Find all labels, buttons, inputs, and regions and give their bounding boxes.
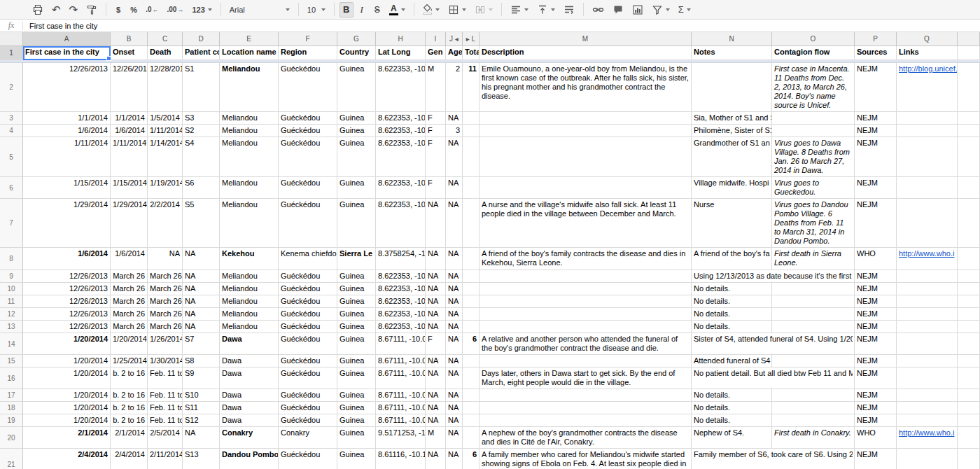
cell-J12[interactable]: NA xyxy=(446,308,463,321)
cell-H4[interactable]: 8.622353, -10 xyxy=(376,125,426,137)
cell-O17[interactable] xyxy=(772,389,855,402)
cell-G10[interactable]: Guinea xyxy=(337,283,376,295)
row-header-6[interactable]: 6 xyxy=(0,177,23,199)
horizontal-align-button[interactable] xyxy=(507,2,532,18)
cell-M20[interactable]: A nephew of the boy's grandmother contra… xyxy=(479,427,692,449)
cell-M12[interactable] xyxy=(479,308,692,321)
cell-J5[interactable]: NA xyxy=(446,137,463,177)
cell-B15[interactable]: 1/25/2014 xyxy=(111,355,148,368)
cell-N8[interactable]: A friend of the boy's fa xyxy=(692,248,772,270)
cell-Q18[interactable] xyxy=(897,402,958,414)
cell-C16[interactable]: Feb. 11 to xyxy=(148,368,183,389)
cell-D3[interactable]: S3 xyxy=(183,112,220,125)
cell-F6[interactable]: Guéckédou xyxy=(279,177,337,199)
cell-M16[interactable]: Days later, others in Dawa start to get … xyxy=(479,368,692,389)
cell-H21[interactable]: 8.61116, -10.1 xyxy=(376,449,426,469)
cell-D15[interactable]: S8 xyxy=(183,355,220,368)
cell-O3[interactable] xyxy=(772,112,855,125)
cell-Q7[interactable] xyxy=(897,199,958,248)
cell-A13[interactable]: 12/26/2013 xyxy=(23,321,111,333)
cell-R1[interactable] xyxy=(958,46,980,60)
cell-O18[interactable] xyxy=(772,402,855,414)
cell-L20[interactable] xyxy=(463,427,479,449)
cell-H5[interactable]: 8.622353, -10 xyxy=(376,137,426,177)
row-header-17[interactable]: 17 xyxy=(0,389,23,402)
cell-F19[interactable]: Guéckédou xyxy=(279,414,337,427)
merge-cells-button[interactable] xyxy=(471,2,496,18)
cell-R7[interactable] xyxy=(958,199,980,248)
cell-J14[interactable]: NA xyxy=(446,333,463,355)
cell-R10[interactable] xyxy=(958,283,980,295)
cell-D19[interactable]: S12 xyxy=(183,414,220,427)
cell-G7[interactable]: Guinea xyxy=(337,199,376,248)
cell-O20[interactable]: First death in Conakry. xyxy=(772,427,855,449)
cell-A18[interactable]: 1/20/2014 xyxy=(23,402,111,414)
cell-A8[interactable]: 1/6/2014 xyxy=(23,248,111,270)
cell-P21[interactable]: NEJM xyxy=(855,449,897,469)
cell-E20[interactable]: Conakry xyxy=(220,427,279,449)
cell-D7[interactable]: S5 xyxy=(183,199,220,248)
cell-J21[interactable]: NA xyxy=(446,449,463,469)
cell-E16[interactable]: Dawa xyxy=(220,368,279,389)
cell-N15[interactable]: Attended funeral of S4 xyxy=(692,355,772,368)
cell-A7[interactable]: 1/29/2014 xyxy=(23,199,111,248)
cell-M5[interactable] xyxy=(479,137,692,177)
cell-R16[interactable] xyxy=(958,368,980,389)
cell-P16[interactable]: NEJM xyxy=(855,368,897,389)
cell-I17[interactable]: NA xyxy=(426,389,446,402)
cell-H11[interactable]: 8.622353, -10 xyxy=(376,295,426,308)
column-header-I[interactable]: I xyxy=(426,32,446,46)
cell-J7[interactable]: NA xyxy=(446,199,463,248)
cell-H13[interactable]: 8.622353, -10 xyxy=(376,321,426,333)
cell-N20[interactable]: Nephew of S4. xyxy=(692,427,772,449)
cell-N4[interactable]: Philomène, Sister of S1 xyxy=(692,125,772,137)
cell-D11[interactable]: NA xyxy=(183,295,220,308)
cell-H15[interactable]: 8.67111, -10.0 xyxy=(376,355,426,368)
cell-B11[interactable]: March 26 xyxy=(111,295,148,308)
cell-C11[interactable]: March 26 xyxy=(148,295,183,308)
cell-A3[interactable]: 1/1/2014 xyxy=(23,112,111,125)
borders-button[interactable] xyxy=(444,2,470,18)
cell-J11[interactable]: NA xyxy=(446,295,463,308)
cell-D14[interactable]: S7 xyxy=(183,333,220,355)
cell-L21[interactable]: 6 xyxy=(463,449,479,469)
cell-N16[interactable]: No patient detail. But all died btw Feb … xyxy=(692,368,772,389)
cell-L2[interactable]: 11 xyxy=(463,63,479,112)
cell-F14[interactable]: Guéckédou xyxy=(279,333,337,355)
column-header-R[interactable] xyxy=(958,32,980,46)
row-header-5[interactable]: 5 xyxy=(0,137,23,177)
row-header-3[interactable]: 3 xyxy=(0,112,23,125)
cell-E6[interactable]: Meliandou xyxy=(220,177,279,199)
cell-C2[interactable]: 12/28/2013 xyxy=(148,63,183,112)
cell-F15[interactable]: Guéckédou xyxy=(279,355,337,368)
cell-H12[interactable]: 8.622353, -10 xyxy=(376,308,426,321)
cell-I6[interactable]: F xyxy=(426,177,446,199)
row-header-7[interactable]: 7 xyxy=(0,199,23,248)
cell-H17[interactable]: 8.67111, -10.0 xyxy=(376,389,426,402)
cell-G5[interactable]: Guinea xyxy=(337,137,376,177)
cell-Q11[interactable] xyxy=(897,295,958,308)
cell-H20[interactable]: 9.5171253, -1 xyxy=(376,427,426,449)
column-header-E[interactable]: E xyxy=(220,32,279,46)
cell-O1[interactable]: Contagion flow xyxy=(772,46,855,60)
cell-P11[interactable]: NEJM xyxy=(855,295,897,308)
cell-I8[interactable]: NA xyxy=(426,248,446,270)
cell-M4[interactable] xyxy=(479,125,692,137)
cell-P10[interactable]: NEJM xyxy=(855,283,897,295)
cell-E19[interactable]: Dawa xyxy=(220,414,279,427)
cell-P2[interactable]: NEJM xyxy=(855,63,897,112)
column-header-B[interactable]: B xyxy=(111,32,148,46)
cell-L11[interactable] xyxy=(463,295,479,308)
cell-P17[interactable]: NEJM xyxy=(855,389,897,402)
format-currency-button[interactable]: $ xyxy=(111,2,125,18)
cell-F5[interactable]: Guéckédou xyxy=(279,137,337,177)
italic-button[interactable]: I xyxy=(355,2,369,18)
cell-F8[interactable]: Kenema chiefdo xyxy=(279,248,337,270)
cell-L10[interactable] xyxy=(463,283,479,295)
cell-M18[interactable] xyxy=(479,402,692,414)
cell-P14[interactable]: NEJM xyxy=(855,333,897,355)
cell-D4[interactable]: S2 xyxy=(183,125,220,137)
cell-C5[interactable]: 1/14/2014 xyxy=(148,137,183,177)
cell-E7[interactable]: Meliandou xyxy=(220,199,279,248)
font-family-select[interactable]: Arial xyxy=(226,2,293,18)
